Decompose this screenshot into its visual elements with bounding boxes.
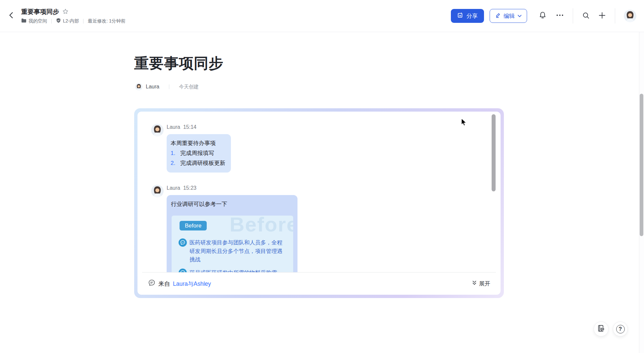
message-time: 15:23 <box>183 185 196 191</box>
share-button[interactable]: 分享 <box>451 9 484 23</box>
page-scrollbar-thumb[interactable] <box>640 94 643 236</box>
bubble-list-item: 2.完成调研模板更新 <box>171 158 225 168</box>
question-icon: ? <box>616 325 625 333</box>
create-new-button[interactable] <box>598 12 606 20</box>
notifications-button[interactable] <box>538 12 547 20</box>
pencil-icon <box>495 12 501 20</box>
share-icon <box>457 12 463 20</box>
bell-icon <box>538 11 547 21</box>
page-title: 重要事项同步 <box>134 54 224 73</box>
chat-messages-area[interactable]: Laura 15:14 本周重要待办事项 1.完成周报填写 2.完成调研模板更新 <box>137 112 501 272</box>
help-fab[interactable]: ? <box>613 322 628 336</box>
chat-scrollbar-thumb[interactable] <box>492 114 496 191</box>
breadcrumb-space[interactable]: 我的空间 <box>21 18 47 24</box>
edit-button[interactable]: 编辑 <box>490 9 527 23</box>
sender-name: Laura <box>167 124 180 130</box>
folder-icon <box>21 18 27 24</box>
message-time: 15:14 <box>183 124 196 130</box>
bubble-list-item: 1.完成周报填写 <box>171 148 225 158</box>
chat-bubble-icon <box>179 269 187 273</box>
last-modified-text: 最近修改: 1分钟前 <box>88 18 126 24</box>
image-bullet: 医药研发项目参与团队和人员多，全程研发周期长且分多个节点，项目管理遇挑战 <box>179 238 286 264</box>
double-chevron-down-icon <box>472 280 477 287</box>
search-button[interactable] <box>581 12 590 20</box>
chat-bubble-icon <box>179 238 187 247</box>
author-divider <box>169 84 169 89</box>
breadcrumb-security-tag[interactable]: L2-内部 <box>56 18 79 24</box>
expand-button[interactable]: 展开 <box>472 280 490 287</box>
plus-icon <box>598 11 606 21</box>
star-icon[interactable] <box>62 8 69 16</box>
chat-source-prefix: 来自 <box>158 280 170 288</box>
breadcrumb-divider <box>51 19 52 24</box>
chat-card-footer: 来自Laura与Ashley 展开 <box>137 273 501 295</box>
chat-record-card: Laura 15:14 本周重要待办事项 1.完成周报填写 2.完成调研模板更新 <box>134 108 504 298</box>
chat-source-names[interactable]: Laura与Ashley <box>173 280 211 288</box>
image-watermark: Before <box>230 220 293 229</box>
breadcrumb-divider <box>83 19 83 24</box>
author-name[interactable]: Laura <box>146 84 159 90</box>
ellipsis-icon <box>556 11 564 21</box>
breadcrumb: 我的空间 L2-内部 最近修改: 1分钟前 <box>21 18 126 24</box>
shield-check-icon <box>56 18 61 24</box>
author-avatar[interactable] <box>135 83 142 90</box>
search-icon <box>582 11 590 21</box>
created-date: 今天创建 <box>179 84 199 90</box>
bubble-text: 行业调研可以参考一下 <box>171 199 293 209</box>
message-avatar[interactable] <box>151 124 164 136</box>
author-row: Laura 今天创建 <box>135 83 199 90</box>
message-image[interactable]: Before Before 医药研发项目 <box>172 216 293 272</box>
message-bubble: 本周重要待办事项 1.完成周报填写 2.完成调研模板更新 <box>167 134 231 173</box>
chevron-left-icon <box>8 12 15 20</box>
user-avatar[interactable] <box>624 10 636 22</box>
message-avatar[interactable] <box>151 185 164 197</box>
bubble-text: 本周重要待办事项 <box>171 138 225 148</box>
more-button[interactable] <box>556 12 564 20</box>
back-button[interactable] <box>8 11 17 21</box>
topbar-divider <box>573 8 573 24</box>
message-bubble: 行业调研可以参考一下 Before Before <box>167 195 297 272</box>
image-bullet: 药品或医药研发中所需的物料采购需 <box>179 269 286 273</box>
before-badge: Before <box>180 221 207 230</box>
chat-message: Laura 15:14 本周重要待办事项 1.完成周报填写 2.完成调研模板更新 <box>151 124 501 173</box>
sender-name: Laura <box>167 185 180 191</box>
topbar-title-block: 重要事项同步 我的空间 L2-内部 最近修改: 1分钟前 <box>21 8 126 24</box>
annotations-fab[interactable] <box>594 322 609 336</box>
chat-message: Laura 15:23 行业调研可以参考一下 Before Before <box>151 185 501 272</box>
chat-source-icon <box>148 279 155 288</box>
topbar-doc-title: 重要事项同步 <box>21 8 59 16</box>
topbar: 重要事项同步 我的空间 L2-内部 最近修改: 1分钟前 <box>0 0 644 32</box>
doc-comment-icon <box>597 325 605 333</box>
topbar-divider <box>615 8 615 24</box>
chevron-down-icon <box>517 13 522 19</box>
